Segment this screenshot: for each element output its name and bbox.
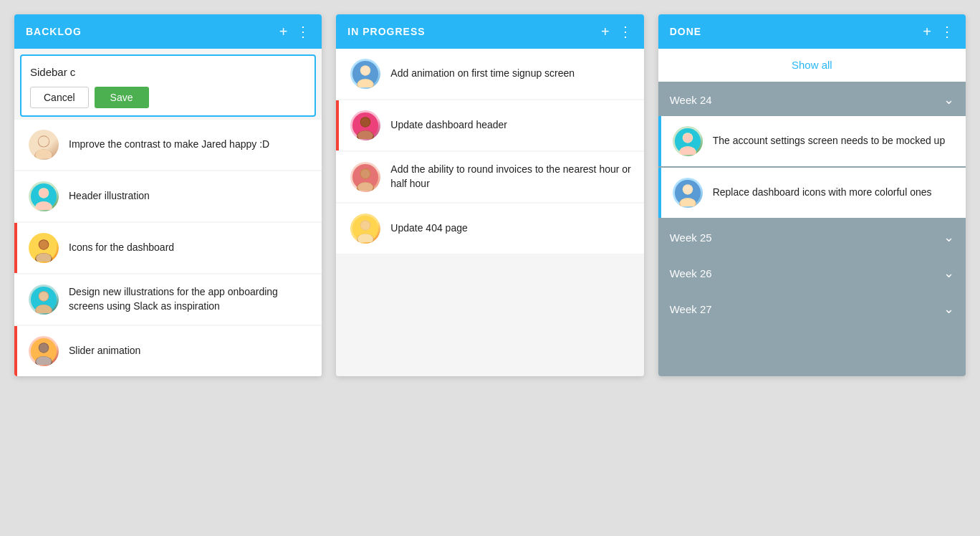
week-25-label: Week 25: [670, 231, 712, 244]
done-card-2[interactable]: Replace dashboard icons with more colorf…: [658, 168, 966, 218]
backlog-card-4[interactable]: Design new illustrations for the app onb…: [14, 274, 322, 325]
done-title: DONE: [670, 26, 701, 37]
svg-point-42: [361, 221, 370, 230]
done-header-actions: + ⋮: [923, 24, 954, 39]
in-progress-card-1-text: Add animation on first time signup scree…: [390, 67, 575, 81]
backlog-header-actions: + ⋮: [279, 24, 311, 39]
week-26-label: Week 26: [670, 267, 712, 279]
avatar: [29, 284, 59, 315]
in-progress-menu-button[interactable]: ⋮: [618, 24, 633, 39]
save-button[interactable]: Save: [95, 87, 149, 108]
svg-point-52: [683, 185, 692, 194]
backlog-card-3-text: Icons for the dashboard: [69, 241, 174, 255]
in-progress-title: IN PROGRESS: [347, 26, 425, 37]
svg-point-7: [39, 188, 49, 198]
week-26-section: Week 26 ⌄: [658, 257, 966, 289]
chevron-down-icon: ⌄: [943, 229, 954, 245]
in-progress-header: IN PROGRESS + ⋮: [336, 14, 643, 49]
avatar: [673, 178, 703, 208]
svg-point-2: [39, 136, 49, 146]
backlog-column: BACKLOG + ⋮ Cancel Save: [14, 14, 322, 376]
backlog-body: Cancel Save Improve the contrast to make…: [14, 49, 322, 376]
week-27-section: Week 27 ⌄: [658, 292, 966, 325]
show-all-bar[interactable]: Show all: [658, 49, 966, 82]
in-progress-card-4-text: Update 404 page: [390, 221, 467, 236]
new-card-input-area: Cancel Save: [20, 54, 316, 117]
avatar: [29, 130, 59, 160]
avatar: [350, 162, 380, 192]
in-progress-body: Add animation on first time signup scree…: [336, 49, 643, 376]
done-card-1[interactable]: The account settings screen needs to be …: [658, 116, 966, 166]
done-add-button[interactable]: +: [923, 24, 931, 39]
chevron-down-icon: ⌄: [943, 92, 954, 107]
done-card-2-text: Replace dashboard icons with more colorf…: [713, 186, 932, 200]
kanban-board: BACKLOG + ⋮ Cancel Save: [14, 14, 966, 376]
week-26-header[interactable]: Week 26 ⌄: [658, 257, 966, 289]
backlog-card-4-text: Design new illustrations for the app onb…: [69, 285, 310, 313]
chevron-down-icon: ⌄: [943, 301, 954, 317]
in-progress-header-actions: + ⋮: [601, 24, 633, 39]
in-progress-card-4[interactable]: Update 404 page: [336, 204, 643, 254]
svg-point-47: [683, 133, 692, 143]
in-progress-card-2-text: Update dashboard header: [390, 118, 507, 133]
avatar: [29, 336, 59, 366]
week-24-label: Week 24: [670, 94, 712, 106]
backlog-menu-button[interactable]: ⋮: [296, 24, 310, 39]
done-column: DONE + ⋮ Show all Week 24 ⌄: [658, 14, 966, 376]
backlog-card-1-text: Improve the contrast to make Jared happy…: [69, 138, 269, 152]
backlog-card-3[interactable]: Icons for the dashboard: [14, 223, 322, 273]
svg-point-32: [361, 118, 370, 127]
in-progress-add-button[interactable]: +: [601, 24, 610, 39]
done-menu-button[interactable]: ⋮: [940, 24, 954, 39]
svg-point-3: [35, 149, 52, 158]
in-progress-column: IN PROGRESS + ⋮ Add animation on: [336, 14, 643, 376]
backlog-add-button[interactable]: +: [279, 24, 288, 39]
in-progress-card-3-text: Add the ability to round invoices to the…: [390, 163, 632, 191]
backlog-card-1[interactable]: Improve the contrast to make Jared happy…: [14, 120, 322, 170]
avatar: [350, 59, 380, 89]
done-body: Show all Week 24 ⌄: [658, 49, 966, 376]
svg-point-22: [39, 343, 49, 353]
cancel-button[interactable]: Cancel: [30, 87, 89, 108]
backlog-card-5[interactable]: Slider animation: [14, 326, 322, 376]
done-card-1-text: The account settings screen needs to be …: [713, 134, 946, 148]
in-progress-card-3[interactable]: Add the ability to round invoices to the…: [336, 152, 643, 202]
backlog-card-2[interactable]: Header illustration: [14, 171, 322, 221]
new-card-input[interactable]: [30, 63, 306, 81]
svg-point-27: [361, 66, 370, 75]
done-header: DONE + ⋮: [658, 14, 966, 49]
week-27-label: Week 27: [670, 303, 712, 315]
backlog-header: BACKLOG + ⋮: [14, 14, 322, 49]
show-all-text: Show all: [792, 59, 832, 71]
chevron-down-icon: ⌄: [943, 265, 954, 281]
in-progress-card-2[interactable]: Update dashboard header: [336, 100, 643, 150]
svg-point-12: [39, 240, 49, 249]
in-progress-card-1[interactable]: Add animation on first time signup scree…: [336, 49, 643, 99]
week-24-section: Week 24 ⌄: [658, 83, 966, 218]
backlog-title: BACKLOG: [26, 26, 82, 37]
avatar: [350, 110, 380, 140]
avatar: [673, 126, 703, 156]
week-24-header[interactable]: Week 24 ⌄: [658, 83, 966, 116]
svg-point-37: [361, 169, 370, 178]
avatar: [350, 214, 380, 244]
svg-point-17: [39, 292, 49, 301]
avatar: [29, 233, 59, 263]
backlog-card-5-text: Slider animation: [69, 344, 140, 358]
input-action-buttons: Cancel Save: [30, 87, 306, 108]
week-25-section: Week 25 ⌄: [658, 221, 966, 254]
avatar: [29, 181, 59, 211]
week-25-header[interactable]: Week 25 ⌄: [658, 221, 966, 254]
backlog-card-2-text: Header illustration: [69, 189, 150, 204]
week-27-header[interactable]: Week 27 ⌄: [658, 292, 966, 325]
week-24-cards: The account settings screen needs to be …: [658, 116, 966, 218]
